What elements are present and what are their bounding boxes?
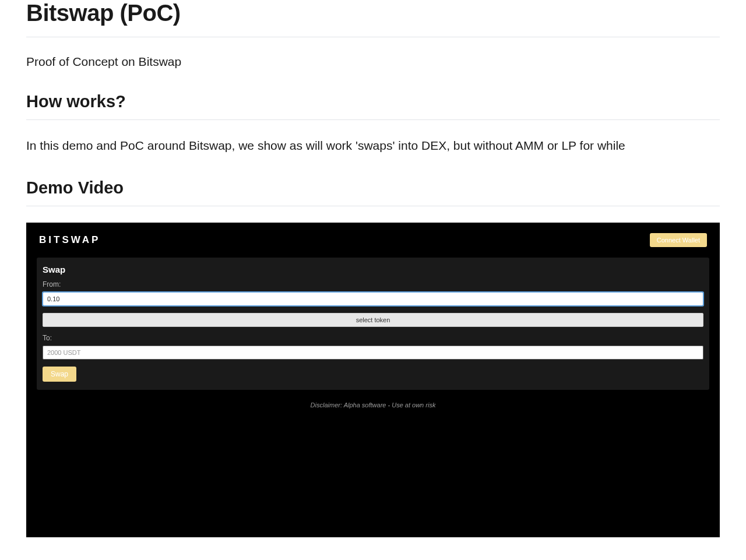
swap-panel-title: Swap — [43, 265, 703, 274]
page-subtitle: Proof of Concept on Bitswap — [26, 55, 720, 69]
swap-panel: Swap From: select token To: Swap — [37, 258, 709, 390]
page-title: Bitswap (PoC) — [26, 0, 720, 37]
swap-button[interactable]: Swap — [43, 367, 76, 382]
select-token-button[interactable]: select token — [43, 313, 703, 327]
from-label: From: — [43, 280, 703, 288]
to-label: To: — [43, 334, 703, 342]
disclaimer-text: Disclaimer: Alpha software - Use at own … — [37, 401, 709, 408]
demo-video-frame: BITSWAP Connect Wallet Swap From: select… — [26, 223, 720, 537]
demo-logo: BITSWAP — [39, 234, 100, 246]
how-works-heading: How works? — [26, 92, 720, 120]
how-works-body: In this demo and PoC around Bitswap, we … — [26, 136, 720, 155]
connect-wallet-button[interactable]: Connect Wallet — [650, 233, 707, 247]
demo-video-heading: Demo Video — [26, 178, 720, 206]
to-amount-input[interactable] — [43, 346, 703, 360]
from-amount-input[interactable] — [43, 292, 703, 306]
